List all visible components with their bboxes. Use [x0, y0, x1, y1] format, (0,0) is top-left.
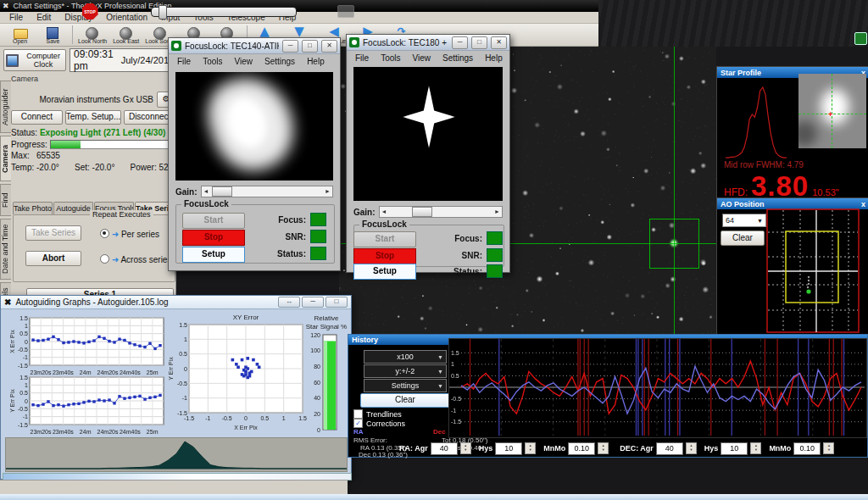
dec-hys-input[interactable] — [721, 442, 748, 455]
minimize-icon[interactable]: ─ — [282, 40, 298, 53]
menu-edit[interactable]: Edit — [31, 12, 57, 23]
focuslock1-menubar: FileToolsViewSettingsHelp — [169, 54, 340, 68]
dec-mnmo-input[interactable] — [793, 442, 821, 455]
look-north-button[interactable]: Look North — [75, 25, 109, 46]
stop-button[interactable]: Stop — [182, 230, 245, 246]
exposure-slider[interactable] — [151, 7, 297, 17]
across-series-radio[interactable]: ➜ Across series — [100, 254, 171, 265]
menu-file[interactable]: File — [3, 12, 29, 23]
computer-clock-button[interactable]: Computer Clock — [3, 49, 66, 71]
close-icon[interactable]: ✖ — [3, 2, 9, 10]
ra-hys-spinner[interactable]: ▲▼ — [525, 442, 536, 454]
start-button[interactable]: Start — [182, 213, 245, 229]
save-button[interactable]: Save — [36, 25, 70, 46]
dec-agr-input[interactable] — [656, 442, 683, 455]
svg-text:0.5: 0.5 — [260, 415, 269, 421]
svg-text:Y Err Pix: Y Err Pix — [9, 389, 15, 413]
menu-help[interactable]: Help — [480, 53, 508, 63]
menu-view[interactable]: View — [407, 53, 436, 63]
ra-agr-spinner[interactable]: ▲▼ — [460, 442, 471, 454]
menu-help[interactable]: Help — [302, 57, 330, 66]
autoguiding-graphs-window: ✖ Autoguiding Graphs - Autoguider.105.lo… — [0, 295, 352, 480]
menu-tools[interactable]: Tools — [376, 53, 405, 63]
history-settings-dropdown[interactable]: Settings▼ — [364, 379, 447, 392]
tray-app-icon[interactable] — [854, 32, 867, 45]
corrections-checkbox[interactable]: ✓Corrections — [353, 419, 405, 428]
ra-mnmo-spinner[interactable]: ▲▼ — [598, 442, 609, 454]
connect-button[interactable]: Connect — [11, 110, 63, 125]
dec-legend: Dec — [433, 428, 446, 436]
focuslock-app-icon — [171, 41, 181, 51]
close-icon[interactable]: ✕ — [491, 36, 507, 49]
focuslock1-titlebar[interactable]: FocusLock: TEC140-ATIK + Maxim + F... ─ … — [169, 38, 340, 54]
per-series-radio[interactable]: ➜ Per series — [100, 229, 159, 240]
focuslock2-titlebar[interactable]: FocusLock: TEC180 + TSX + Focuser 1 ... … — [347, 35, 509, 51]
ra-hys-input[interactable] — [495, 442, 522, 455]
minimize-icon[interactable]: ─ — [302, 297, 324, 308]
gain-label: Gain: — [175, 187, 198, 197]
progress-bar — [50, 140, 175, 149]
svg-text:-1.5: -1.5 — [18, 363, 28, 369]
svg-text:120: 120 — [310, 332, 320, 338]
dec-hys-spinner[interactable]: ▲▼ — [750, 442, 761, 454]
focuslock2-star-image — [353, 67, 503, 201]
status-label: Status: — [11, 128, 37, 137]
gain-slider[interactable]: ◄► — [201, 186, 333, 197]
close-icon[interactable]: ✕ — [321, 40, 337, 53]
svg-text:1.5: 1.5 — [451, 350, 459, 356]
ra-agr-input[interactable] — [431, 442, 458, 455]
svg-text:-0.5: -0.5 — [18, 347, 28, 353]
svg-text:23m20s: 23m20s — [31, 429, 52, 435]
sidebar-tab-autoguider[interactable]: Autoguider — [0, 81, 11, 133]
sidebar-tab-date-and-time[interactable]: Date and Time — [0, 219, 11, 280]
dec-mnmo-spinner[interactable]: ▲▼ — [823, 442, 834, 454]
clock-time: 09:09:31 pm — [74, 48, 121, 72]
open-button[interactable]: Open — [3, 25, 36, 46]
minimize-icon[interactable]: ─ — [452, 36, 468, 49]
arrow-left-icon: ◀ — [329, 26, 342, 38]
menu-tools[interactable]: Tools — [198, 57, 227, 66]
tab-autoguide[interactable]: Autoguide — [53, 202, 93, 214]
temp-setup-button[interactable]: Temp. Setup... — [65, 110, 122, 125]
ao-clear-button[interactable]: Clear — [721, 231, 765, 246]
status-led — [310, 247, 326, 260]
menu-settings[interactable]: Settings — [259, 57, 300, 66]
start-button[interactable]: Start — [353, 231, 416, 247]
history-zoom-dropdown[interactable]: x100▼ — [364, 350, 447, 364]
tab-take-photo[interactable]: Take Photo — [13, 202, 53, 214]
maximize-icon[interactable]: □ — [471, 36, 487, 49]
close-icon[interactable]: x — [861, 200, 865, 208]
sidebar-tab-camera[interactable]: Camera — [0, 136, 11, 181]
trendlines-checkbox[interactable]: Trendlines — [353, 409, 402, 419]
abort-button[interactable]: Abort — [25, 251, 81, 266]
close-icon[interactable]: ✖ — [4, 297, 11, 307]
maximize-icon[interactable]: □ — [326, 297, 348, 308]
history-yrange-dropdown[interactable]: y:+/-2▼ — [364, 364, 447, 378]
maximize-icon[interactable]: □ — [302, 40, 318, 53]
history-clear-button[interactable]: Clear — [360, 393, 450, 408]
menu-orientation[interactable]: Orientation — [100, 12, 153, 23]
ra-mnmo-input[interactable] — [568, 442, 595, 455]
menu-file[interactable]: File — [172, 57, 196, 66]
sidebar-tab-find[interactable]: Find — [0, 184, 11, 216]
ra-legend: RA — [353, 428, 364, 436]
svg-text:23m40s: 23m40s — [53, 429, 74, 435]
setup-button[interactable]: Setup — [182, 247, 245, 263]
dock-icon[interactable]: ↔ — [278, 297, 300, 308]
camera-icon[interactable] — [337, 5, 354, 18]
dome-icon — [153, 26, 167, 38]
autoguiding-titlebar[interactable]: ✖ Autoguiding Graphs - Autoguider.105.lo… — [1, 296, 351, 309]
menu-file[interactable]: File — [350, 53, 374, 63]
ao-range-dropdown[interactable]: 64▼ — [722, 214, 766, 227]
svg-text:-0.5: -0.5 — [222, 415, 232, 421]
take-series-button[interactable]: Take Series — [25, 225, 81, 241]
menu-view[interactable]: View — [229, 57, 258, 66]
stop-button[interactable]: Stop — [353, 248, 416, 264]
menu-settings[interactable]: Settings — [437, 53, 478, 63]
look-east-button[interactable]: Look East — [109, 25, 142, 46]
setup-button[interactable]: Setup — [353, 264, 416, 280]
dec-agr-spinner[interactable]: ▲▼ — [686, 442, 697, 454]
svg-text:-1.5: -1.5 — [451, 419, 461, 425]
gain-slider[interactable]: ◄► — [379, 206, 503, 218]
focuslock-window-1: FocusLock: TEC140-ATIK + Maxim + F... ─ … — [168, 37, 341, 271]
